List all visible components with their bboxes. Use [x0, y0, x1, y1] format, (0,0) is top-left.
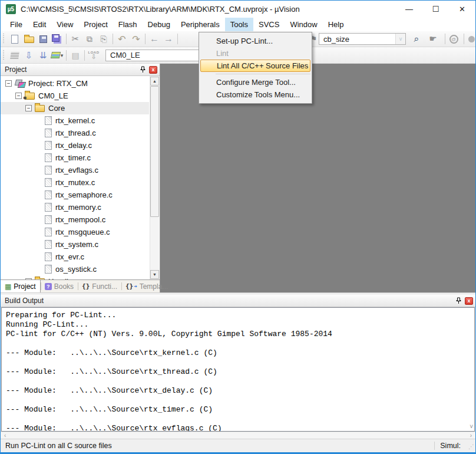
menu-item-set-up-pc-lint[interactable]: Set-up PC-Lint...	[199, 35, 312, 47]
tree-item-label: rtx_delay.c	[55, 141, 92, 150]
menu-item-svcs[interactable]: SVCS	[253, 18, 285, 31]
target-selector-combobox[interactable]: CM0_LE ∨	[105, 50, 210, 61]
menu-item-flash[interactable]: Flash	[113, 18, 143, 31]
paste-icon[interactable]: ⎘	[97, 32, 111, 45]
tree-item-rtx-evr-c[interactable]: rtx_evr.c	[1, 251, 149, 263]
tree-item-rtx-system-c[interactable]: rtx_system.c	[1, 238, 149, 251]
maximize-button[interactable]: ☐	[422, 1, 449, 18]
find-in-files-icon[interactable]: ⌕	[409, 32, 424, 45]
tree-item-rtx-mutex-c[interactable]: rtx_mutex.c	[1, 176, 149, 189]
record-icon[interactable]	[464, 32, 476, 45]
pin-icon[interactable]	[139, 66, 147, 74]
tree-item-handlers[interactable]: +Handlers	[1, 275, 149, 279]
rebuild-icon[interactable]: ⇊	[36, 49, 50, 62]
output-line: --- Module: ..\..\..\Source\rtx_evflags.…	[6, 424, 470, 432]
menu-item-debug[interactable]: Debug	[143, 18, 176, 31]
menu-item-project[interactable]: Project	[78, 18, 113, 31]
toolbar-separator	[177, 34, 178, 44]
tree-item-label: rtx_kernel.c	[55, 116, 95, 125]
new-file-icon[interactable]	[8, 32, 22, 45]
menu-item-help[interactable]: Help	[323, 18, 349, 31]
menu-item-peripherals[interactable]: Peripherals	[176, 18, 225, 31]
output-line	[6, 377, 470, 386]
scrollbar-thumb[interactable]	[150, 86, 159, 217]
toolbar-separator	[66, 50, 67, 61]
expander-minus-icon[interactable]: −	[25, 105, 32, 111]
close-button[interactable]: ✕	[449, 1, 475, 18]
expander-minus-icon[interactable]: −	[15, 93, 22, 99]
tree-item-rtx-timer-c[interactable]: rtx_timer.c	[1, 152, 149, 164]
toolbar-grip[interactable]	[2, 50, 5, 61]
resize-grip[interactable]: ⋰	[466, 442, 474, 450]
tab-project[interactable]: ▦Project	[1, 280, 41, 292]
tree-item-os-systick-c[interactable]: os_systick.c	[1, 263, 149, 275]
expander-minus-icon[interactable]: −	[5, 80, 12, 87]
navigate-back-icon[interactable]: ←	[147, 32, 161, 45]
save-all-icon[interactable]	[50, 32, 64, 45]
close-panel-button[interactable]: x	[465, 297, 473, 305]
pointer-hand-icon[interactable]: ☛	[426, 32, 440, 45]
file-search-value: cb_size	[319, 35, 349, 44]
toolbar-separator	[113, 34, 113, 44]
menu-item-file[interactable]: File	[5, 18, 28, 31]
save-icon[interactable]	[36, 32, 50, 45]
functions-tab-icon: {}	[82, 282, 90, 290]
scroll-down-icon[interactable]: ▼	[150, 270, 159, 279]
folder-icon	[35, 105, 45, 112]
file-icon	[45, 116, 52, 125]
tree-item-label: Core	[48, 104, 65, 113]
tree-item-rtx-kernel-c[interactable]: rtx_kernel.c	[1, 114, 149, 127]
minimize-button[interactable]: —	[396, 1, 422, 18]
translate-icon[interactable]	[8, 49, 22, 62]
scroll-down-icon[interactable]: ˅	[470, 423, 473, 430]
toolbar-grip[interactable]	[2, 34, 5, 44]
zoom-icon[interactable]: @	[447, 32, 461, 45]
tree-item-rtx-msgqueue-c[interactable]: rtx_msgqueue.c	[1, 226, 149, 238]
tree-item-core[interactable]: −Core	[1, 102, 149, 114]
status-bar: Run PC-Lint on all C source files Simul:…	[1, 439, 475, 452]
tab-label: Templa...	[140, 282, 168, 291]
tree-item-rtx-evflags-c[interactable]: rtx_evflags.c	[1, 164, 149, 176]
close-panel-button[interactable]: x	[149, 66, 157, 74]
stop-build-icon: ▤	[68, 49, 82, 62]
open-file-icon[interactable]	[22, 32, 36, 45]
tree-item-label: rtx_evflags.c	[55, 166, 98, 175]
project-panel-header: Project x	[1, 64, 160, 76]
menu-item-lint-all-c-c-source-files[interactable]: Lint All C/C++ Source Files	[200, 60, 310, 72]
tree-item-rtx-memory-c[interactable]: rtx_memory.c	[1, 201, 149, 213]
menu-item-customize-tools-menu[interactable]: Customize Tools Menu...	[199, 88, 312, 101]
tree-item-cm0-le[interactable]: −CM0_LE	[1, 90, 149, 102]
chevron-down-icon[interactable]: ∨	[395, 34, 405, 44]
menu-item-view[interactable]: View	[51, 18, 78, 31]
tree-item-rtx-delay-c[interactable]: rtx_delay.c	[1, 139, 149, 152]
copy-icon[interactable]: ⧉	[82, 32, 97, 45]
file-search-combobox[interactable]: cb_size ∨	[319, 33, 406, 45]
menu-item-window[interactable]: Window	[285, 18, 322, 31]
tab-functi[interactable]: {}Functi...	[78, 280, 121, 292]
menu-item-tools[interactable]: Tools	[225, 18, 253, 31]
undo-icon[interactable]: ↶	[115, 32, 129, 45]
batch-build-icon[interactable]: ▾	[50, 49, 64, 62]
download-load-icon[interactable]: LOAD ⇩	[87, 49, 101, 62]
scroll-left-icon[interactable]: ‹	[4, 432, 6, 439]
chevron-down-icon[interactable]: ▾	[61, 52, 64, 58]
cut-icon[interactable]: ✂	[68, 32, 82, 45]
tree-item-project-rtx-cm[interactable]: −Project: RTX_CM	[1, 77, 149, 90]
project-panel: Project x −Project: RTX_CM−CM0_LE−Corert…	[1, 64, 160, 292]
menu-item-edit[interactable]: Edit	[28, 18, 51, 31]
build-icon[interactable]: ⇩	[22, 49, 36, 62]
tab-templa[interactable]: {}➜Templa...	[121, 280, 172, 292]
expander-plus-icon[interactable]: +	[25, 278, 32, 279]
project-tab-icon: ▦	[5, 282, 11, 291]
tree-item-rtx-thread-c[interactable]: rtx_thread.c	[1, 127, 149, 139]
pin-icon[interactable]	[455, 297, 462, 305]
navigate-forward-icon[interactable]: →	[161, 32, 176, 45]
tree-item-rtx-mempool-c[interactable]: rtx_mempool.c	[1, 213, 149, 226]
scroll-up-icon[interactable]: ▲	[150, 77, 159, 85]
tab-books[interactable]: ?Books	[41, 280, 78, 292]
tree-item-rtx-semaphore-c[interactable]: rtx_semaphore.c	[1, 189, 149, 201]
scroll-right-icon[interactable]: ›	[470, 432, 472, 439]
redo-icon[interactable]: ↷	[129, 32, 143, 45]
folder-gear-icon	[25, 93, 35, 100]
menu-item-configure-merge-tool[interactable]: Configure Merge Tool...	[199, 76, 312, 88]
